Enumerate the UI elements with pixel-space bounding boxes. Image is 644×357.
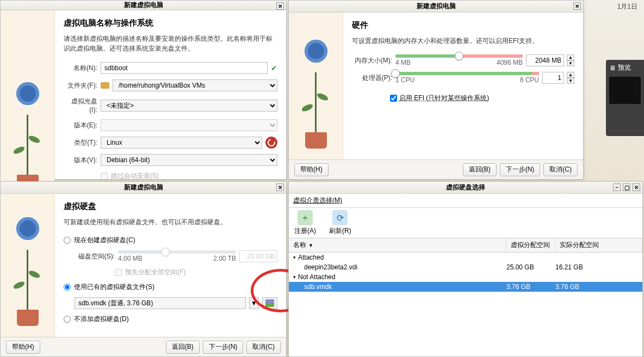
col-asize[interactable]: 实际分配空间 <box>555 238 642 252</box>
prealloc-label: 预先分配全部空间(F) <box>125 268 185 277</box>
description: 可新建或使用现有虚拟硬盘文件。也可以不用虚拟硬盘。 <box>64 217 277 227</box>
preview-label: 预览 <box>618 63 631 72</box>
disk-value: sdb.vmdk (普通, 3.76 GB) <box>78 299 153 308</box>
menu-vm-select: 虚拟介质选择(M) <box>293 196 342 204</box>
cpu-value[interactable]: 1 <box>542 72 564 84</box>
opt-none-label: 不添加虚拟硬盘(D) <box>74 315 129 324</box>
table-row-selected[interactable]: sdb.vmdk 3.76 GB 3.76 GB <box>289 282 642 292</box>
group-attached[interactable]: ▾Attached <box>289 253 642 262</box>
space-max: 2.00 TB <box>213 255 236 262</box>
cpu-slider[interactable] <box>395 72 539 75</box>
sidebar-illustration <box>1 194 55 337</box>
preview-thumb <box>609 77 641 104</box>
disk-combo[interactable]: sdb.vmdk (普通, 3.76 GB) <box>75 297 246 309</box>
cell-vsize: 25.00 GB <box>506 263 555 271</box>
refresh-label: 刷新(R) <box>329 226 351 236</box>
minimize-icon[interactable]: – <box>613 183 621 191</box>
page-heading: 虚拟硬盘 <box>64 201 277 212</box>
folder-select[interactable]: /home/ruhong/VirtualBox VMs <box>113 79 277 91</box>
cell-asize: 16.21 GB <box>555 263 642 271</box>
close-icon[interactable]: ✕ <box>276 183 284 191</box>
cell-asize: 3.76 GB <box>555 283 642 291</box>
close-icon[interactable]: ✕ <box>573 2 581 10</box>
picture-icon <box>265 299 274 307</box>
spin-up-icon[interactable]: ▲ <box>567 54 574 60</box>
chevron-down-icon[interactable]: ▼ <box>249 297 259 309</box>
group-notattached[interactable]: ▾Not Attached <box>289 272 642 282</box>
efi-label: 启用 EFI (只针对某些操作系统) <box>399 94 489 103</box>
version-select[interactable]: Debian (64-bit) <box>101 154 277 166</box>
preview-panel: 🖥预览 <box>606 60 644 136</box>
folder-icon <box>101 82 109 89</box>
page-heading: 硬件 <box>352 20 574 30</box>
slider-thumb[interactable] <box>391 69 400 78</box>
next-button[interactable]: 下一步(N) <box>203 341 244 354</box>
sidebar-illustration <box>1 10 55 202</box>
titlebar: 虚拟硬盘选择 – ▢ ✕ <box>289 182 642 194</box>
cpu-min: 1 CPU <box>395 76 414 84</box>
titlebar: 新建虚拟电脑 ✕ <box>1 1 286 10</box>
iso-select[interactable]: <未指定> <box>101 100 277 112</box>
name-input[interactable] <box>101 62 268 74</box>
memory-slider[interactable] <box>395 54 523 58</box>
spin-down-icon[interactable]: ▼ <box>567 60 574 66</box>
col-name[interactable]: 名称 <box>293 241 306 250</box>
dialog-title: 新建虚拟电脑 <box>417 2 456 11</box>
close-icon[interactable]: ✕ <box>633 183 640 191</box>
back-button[interactable]: 返回(B) <box>463 163 497 176</box>
cell-name: sdb.vmdk <box>289 283 506 291</box>
help-button[interactable]: 帮助(H) <box>294 163 329 176</box>
next-button[interactable]: 下一步(N) <box>500 163 541 176</box>
slider-thumb[interactable] <box>455 52 463 60</box>
register-label: 注册(A) <box>294 226 316 236</box>
browse-button[interactable] <box>262 297 277 309</box>
cpu-label: 处理器(P): <box>352 73 392 83</box>
close-icon[interactable]: ✕ <box>276 2 284 10</box>
cancel-button[interactable]: 取消(C) <box>246 341 281 354</box>
cancel-button[interactable]: 取消(C) <box>543 163 578 176</box>
version-label: 版本(V): <box>64 156 97 165</box>
dialog-disk-selector: 虚拟硬盘选择 – ▢ ✕ 虚拟介质选择(M) ＋注册(A) ⟳刷新(R) 名称 … <box>288 181 643 357</box>
spin-down-icon[interactable]: ▼ <box>567 78 574 84</box>
table-row[interactable]: deepin23beta2.vdi 25.00 GB 16.21 GB <box>289 262 642 272</box>
sidebar-illustration <box>289 13 343 159</box>
dialog-name-os: 新建虚拟电脑 ✕ 虚拟电脑名称与操作系统 请选择新虚拟电脑的描述名称及要安装的操… <box>0 0 287 180</box>
chevron-down-icon: ▾ <box>293 255 296 260</box>
spin-up-icon[interactable]: ▲ <box>567 72 574 78</box>
type-label: 类型(T): <box>64 138 97 147</box>
menubar[interactable]: 虚拟介质选择(M) <box>289 194 642 208</box>
memory-max: 4096 MB <box>497 59 523 66</box>
back-button[interactable]: 返回(B) <box>166 341 200 354</box>
cpu-max: 8 CPU <box>520 76 539 84</box>
titlebar: 新建虚拟电脑 ✕ <box>289 1 583 13</box>
iso-label: 虚拟光盘(I): <box>64 97 97 114</box>
memory-min: 4 MB <box>395 59 411 66</box>
prealloc-checkbox <box>115 269 122 276</box>
sort-desc-icon[interactable]: ▼ <box>308 243 313 248</box>
help-button[interactable]: 帮助(H) <box>6 341 40 354</box>
opt-use-label: 使用已有的虚拟硬盘文件(S) <box>74 282 154 292</box>
type-select[interactable]: Linux <box>101 137 262 149</box>
table-header: 名称 ▼ 虚拟分配空间 实际分配空间 <box>289 238 642 253</box>
dialog-vharddisk: 新建虚拟电脑 ✕ 虚拟硬盘 可新建或使用现有虚拟硬盘文件。也可以不用虚拟硬盘。 … <box>0 181 287 357</box>
memory-value[interactable]: 2048 MB <box>526 54 564 66</box>
radio-none[interactable] <box>64 316 71 323</box>
space-value: 20.00 GB <box>239 250 277 262</box>
dialog-title: 新建虚拟电脑 <box>124 183 163 192</box>
maximize-icon[interactable]: ▢ <box>623 183 630 191</box>
page-heading: 虚拟电脑名称与操作系统 <box>64 18 277 28</box>
description: 请选择新虚拟电脑的描述名称及要安装的操作系统类型。此名称将用于标识此虚拟电脑。还… <box>64 34 277 53</box>
efi-checkbox[interactable] <box>390 95 397 102</box>
skip-label: 跳过自动安装(S) <box>111 171 159 181</box>
titlebar: 新建虚拟电脑 ✕ <box>1 182 286 194</box>
col-vsize[interactable]: 虚拟分配空间 <box>506 238 555 252</box>
space-slider <box>118 250 236 254</box>
radio-use-existing[interactable] <box>64 284 71 291</box>
refresh-button[interactable]: ⟳刷新(R) <box>329 210 351 236</box>
edition-select <box>101 119 277 131</box>
skip-checkbox <box>101 173 108 180</box>
register-button[interactable]: ＋注册(A) <box>294 210 316 236</box>
radio-create[interactable] <box>64 237 71 244</box>
name-label: 名称(N): <box>64 64 97 73</box>
cell-name: deepin23beta2.vdi <box>289 263 506 271</box>
